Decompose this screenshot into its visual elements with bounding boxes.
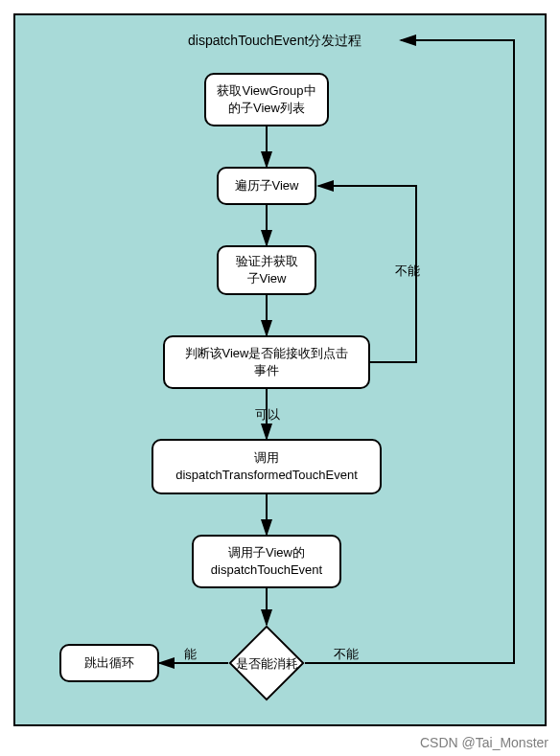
node-break-loop: 跳出循环	[59, 644, 159, 682]
node-child-dispatch-touch: 调用子View的 dispatchTouchEvent	[192, 535, 341, 588]
edge-label-consume-no: 不能	[334, 646, 359, 663]
node-get-child-views: 获取ViewGroup中 的子View列表	[204, 73, 329, 126]
node-can-receive-click: 判断该View是否能接收到点击 事件	[163, 335, 370, 389]
diagram-title: dispatchTouchEvent分发过程	[188, 33, 362, 50]
node-label: 验证并获取 子View	[236, 253, 298, 286]
diagram-canvas: dispatchTouchEvent分发过程 获取ViewGroup中 的子Vi…	[13, 13, 547, 726]
node-label: 判断该View是否能接收到点击 事件	[185, 345, 349, 378]
node-iterate-child-view: 遍历子View	[217, 167, 316, 205]
node-validate-get-child: 验证并获取 子View	[217, 245, 316, 295]
node-label: 获取ViewGroup中 的子View列表	[217, 82, 315, 116]
node-label: 跳出循环	[84, 654, 134, 672]
node-label: 调用 dispatchTransformedTouchEvent	[175, 449, 358, 483]
node-dispatch-transformed: 调用 dispatchTransformedTouchEvent	[152, 439, 382, 494]
edge-label-cannot-receive: 不能	[395, 263, 420, 280]
node-label: 遍历子View	[235, 177, 299, 195]
node-label: 调用子View的 dispatchTouchEvent	[211, 544, 322, 578]
watermark: CSDN @Tai_Monster	[420, 735, 548, 750]
edge-label-consume-yes: 能	[184, 646, 197, 663]
edge-label-can: 可以	[255, 406, 280, 424]
decision-label: 是否能消耗	[232, 655, 301, 673]
